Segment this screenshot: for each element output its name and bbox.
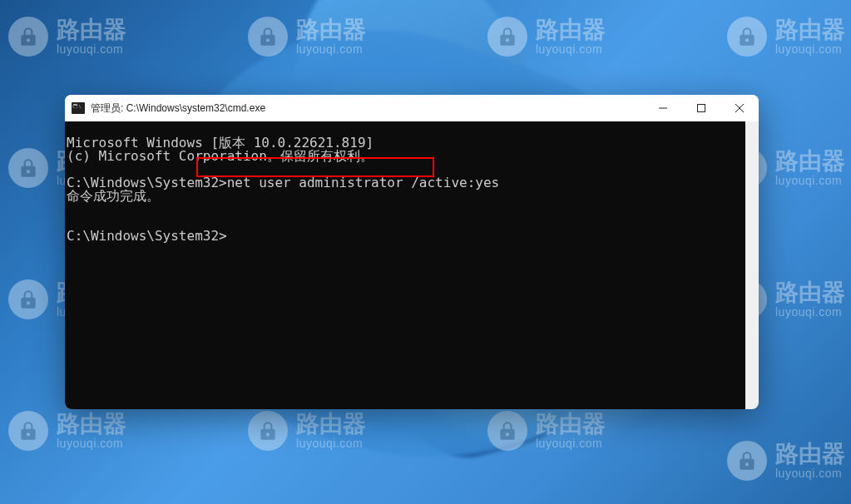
console-line-prompt: C:\Windows\System32> — [67, 228, 227, 244]
lock-icon — [8, 279, 48, 319]
close-button[interactable] — [720, 95, 759, 121]
watermark-title: 路由器 — [775, 442, 845, 467]
console-line-result: 命令成功完成。 — [67, 188, 160, 204]
watermark-title: 路由器 — [57, 17, 126, 43]
watermark-title: 路由器 — [536, 17, 606, 43]
lock-icon — [727, 17, 767, 57]
window-title: 管理员: C:\Windows\system32\cmd.exe — [91, 101, 644, 116]
cmd-icon — [72, 102, 85, 114]
window-titlebar[interactable]: 管理员: C:\Windows\system32\cmd.exe — [65, 95, 759, 121]
watermark-title: 路由器 — [775, 280, 845, 306]
watermark-item: 路由器luyouqi.com — [727, 441, 845, 481]
watermark-subtitle: luyouqi.com — [775, 306, 845, 319]
lock-icon — [727, 441, 767, 481]
watermark-subtitle: luyouqi.com — [775, 175, 845, 187]
svg-rect-1 — [698, 105, 705, 112]
scrollbar-vertical[interactable] — [745, 121, 759, 409]
watermark-title: 路由器 — [775, 17, 845, 43]
console-output[interactable]: Microsoft Windows [版本 10.0.22621.819] (c… — [65, 121, 759, 409]
watermark-title: 路由器 — [57, 412, 126, 437]
lock-icon — [8, 411, 48, 451]
watermark-item: 路由器luyouqi.com — [727, 17, 845, 57]
watermark-item: 路由器luyouqi.com — [8, 411, 126, 451]
window-controls — [644, 95, 759, 121]
minimize-button[interactable] — [644, 95, 682, 121]
lock-icon — [8, 17, 48, 57]
lock-icon — [8, 148, 48, 188]
prompt-path: C:\Windows\System32> — [67, 228, 227, 244]
watermark-item: 路由器luyouqi.com — [8, 17, 126, 57]
watermark-subtitle: luyouqi.com — [57, 437, 126, 450]
console-line-copyright: (c) Microsoft Corporation。保留所有权利。 — [67, 148, 374, 164]
watermark-subtitle: luyouqi.com — [536, 43, 606, 56]
typed-command: net user administrator /active:yes — [227, 175, 500, 190]
watermark-subtitle: luyouqi.com — [775, 467, 845, 480]
watermark-title: 路由器 — [775, 149, 845, 175]
watermark-subtitle: luyouqi.com — [775, 43, 845, 56]
cmd-window: 管理员: C:\Windows\system32\cmd.exe Microso… — [65, 95, 759, 409]
watermark-subtitle: luyouqi.com — [57, 43, 126, 56]
maximize-button[interactable] — [682, 95, 720, 121]
